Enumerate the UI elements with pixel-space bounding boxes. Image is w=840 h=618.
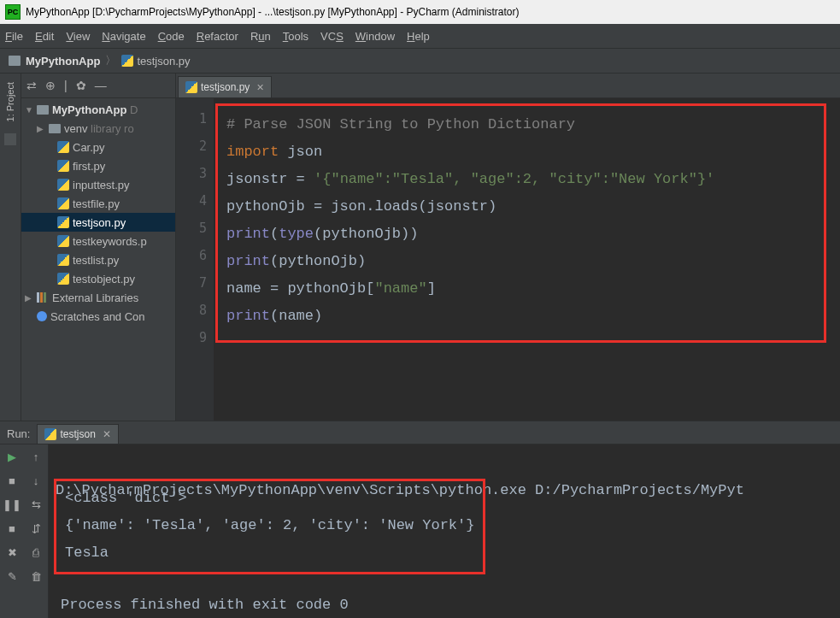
menu-edit[interactable]: Edit bbox=[35, 30, 54, 43]
locate-icon[interactable]: ⊕ bbox=[45, 79, 56, 92]
tree-file-testfile[interactable]: testfile.py bbox=[21, 194, 175, 213]
tree-venv[interactable]: ▶venv library ro bbox=[21, 119, 175, 138]
python-file-icon bbox=[185, 81, 197, 93]
line-gutter: 123456789 bbox=[176, 98, 214, 421]
run-print-button[interactable]: ⎙ bbox=[24, 540, 48, 564]
menu-file[interactable]: File bbox=[5, 30, 23, 43]
close-run-tab-icon[interactable]: ✕ bbox=[103, 428, 111, 440]
run-clear-button[interactable]: ✖ bbox=[0, 540, 24, 564]
breadcrumb-file[interactable]: testjson.py bbox=[137, 55, 190, 68]
run-pin-button[interactable]: ✎ bbox=[0, 564, 24, 588]
menu-code[interactable]: Code bbox=[158, 30, 185, 43]
breadcrumb: MyPythonApp 〉 testjson.py bbox=[0, 49, 840, 74]
menu-navigate[interactable]: Navigate bbox=[102, 30, 145, 43]
hide-icon[interactable]: — bbox=[95, 79, 107, 92]
tree-file-testkeywords[interactable]: testkeywords.p bbox=[21, 232, 175, 250]
collapse-all-icon[interactable]: ⇄ bbox=[26, 79, 37, 92]
python-file-icon bbox=[44, 428, 56, 440]
tree-file-testjson[interactable]: testjson.py bbox=[21, 213, 175, 232]
menu-window[interactable]: Window bbox=[355, 30, 395, 43]
bookmarks-tool-icon[interactable] bbox=[4, 133, 16, 145]
close-tab-icon[interactable]: ✕ bbox=[256, 82, 264, 93]
sidebar-toolbar: ⇄ ⊕ | ✿ — bbox=[21, 74, 175, 98]
run-up-button[interactable]: ↑ bbox=[24, 444, 48, 468]
run-down-button[interactable]: ↓ bbox=[24, 468, 48, 492]
folder-icon bbox=[9, 56, 21, 66]
tree-root[interactable]: ▼MyPythonApp D bbox=[21, 100, 175, 119]
tree-external-libs[interactable]: ▶External Libraries bbox=[21, 288, 175, 307]
run-kill-button[interactable]: ■ bbox=[0, 516, 24, 540]
menu-run[interactable]: Run bbox=[250, 30, 271, 43]
run-stop-button[interactable]: ■ bbox=[0, 468, 24, 492]
console-exit-msg: Process finished with exit code 0 bbox=[61, 592, 349, 618]
run-toolbar: ▶ ↑ ■ ↓ ❚❚ ⇆ ■ ⇵ ✖ ⎙ ✎ 🗑 bbox=[0, 444, 49, 618]
run-step-button[interactable]: ⇆ bbox=[24, 492, 48, 516]
run-pause-button[interactable]: ❚❚ bbox=[0, 492, 24, 516]
menu-vcs[interactable]: VCS bbox=[320, 30, 344, 43]
code-editor[interactable]: 123456789 # Parse JSON String to Python … bbox=[176, 98, 840, 421]
code-highlight-box: # Parse JSON String to Python Dictionary… bbox=[215, 103, 826, 343]
run-panel: Run: testjson ✕ ▶ ↑ ■ ↓ ❚❚ ⇆ ■ ⇵ ✖ ⎙ ✎ 🗑 bbox=[0, 421, 840, 618]
run-play-button[interactable]: ▶ bbox=[0, 444, 24, 468]
editor-tab-label: testjson.py bbox=[201, 81, 250, 93]
gear-icon[interactable]: ✿ bbox=[76, 79, 86, 92]
left-gutter: 1: Project bbox=[0, 74, 21, 421]
run-label: Run: bbox=[7, 427, 37, 444]
menu-help[interactable]: Help bbox=[407, 30, 430, 43]
tree-file-car[interactable]: Car.py bbox=[21, 138, 175, 156]
tree-scratches[interactable]: Scratches and Con bbox=[21, 307, 175, 326]
run-console[interactable]: D:\PycharmProjects\MyPythonApp\venv\Scri… bbox=[49, 444, 840, 618]
output-highlight-box: <class 'dict'> {'name': 'Tesla', 'age': … bbox=[54, 479, 485, 574]
project-sidebar: ⇄ ⊕ | ✿ — ▼MyPythonApp D ▶venv library r… bbox=[21, 74, 176, 421]
chevron-right-icon: 〉 bbox=[105, 53, 116, 68]
run-wrap-button[interactable]: ⇵ bbox=[24, 516, 48, 540]
window-title: MyPythonApp [D:\PycharmProjects\MyPython… bbox=[26, 6, 520, 18]
run-trash-button[interactable]: 🗑 bbox=[24, 564, 48, 588]
editor-tabs: testjson.py ✕ bbox=[176, 74, 840, 98]
editor-area: testjson.py ✕ 123456789 # Parse JSON Str… bbox=[176, 74, 840, 421]
menu-view[interactable]: View bbox=[66, 30, 90, 43]
main-menu: File Edit View Navigate Code Refactor Ru… bbox=[0, 24, 840, 49]
tree-file-testlist[interactable]: testlist.py bbox=[21, 250, 175, 269]
toolbar-sep: | bbox=[64, 79, 68, 92]
menu-refactor[interactable]: Refactor bbox=[197, 30, 238, 43]
run-tab-testjson[interactable]: testjson ✕ bbox=[37, 424, 118, 444]
breadcrumb-project[interactable]: MyPythonApp bbox=[26, 55, 100, 68]
project-tree: ▼MyPythonApp D ▶venv library ro Car.py f… bbox=[21, 98, 175, 421]
project-tool-tab[interactable]: 1: Project bbox=[3, 77, 17, 127]
pycharm-logo-icon: PC bbox=[5, 4, 21, 20]
tree-file-inputtest[interactable]: inputtest.py bbox=[21, 175, 175, 194]
menu-tools[interactable]: Tools bbox=[283, 30, 308, 43]
tree-file-first[interactable]: first.py bbox=[21, 156, 175, 175]
tree-file-testobject[interactable]: testobject.py bbox=[21, 269, 175, 288]
window-titlebar: PC MyPythonApp [D:\PycharmProjects\MyPyt… bbox=[0, 0, 840, 24]
editor-tab-testjson[interactable]: testjson.py ✕ bbox=[178, 76, 272, 97]
python-file-icon bbox=[121, 55, 133, 67]
